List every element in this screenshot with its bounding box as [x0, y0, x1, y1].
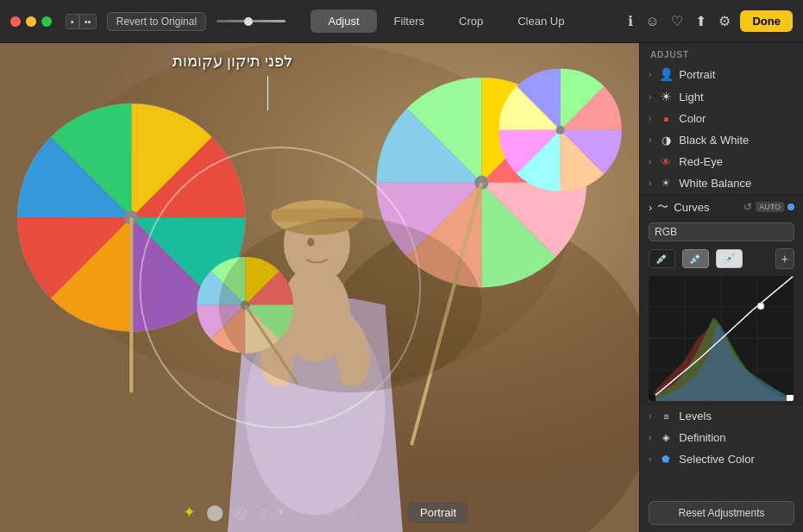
svg-point-19 — [219, 217, 482, 392]
slider-thumb — [244, 17, 253, 26]
curves-header[interactable]: › 〜 Curves ↺ AUTO — [640, 195, 803, 219]
curves-reset-icon[interactable]: ↺ — [743, 201, 752, 213]
single-view-btn[interactable]: ▪ — [66, 14, 79, 29]
toolbar-right: ℹ ☺ ♡ ⬆ ⚙ Done — [625, 10, 793, 32]
chevron-levels: › — [649, 411, 651, 421]
light-label: Light — [679, 91, 794, 103]
close-button[interactable] — [10, 16, 21, 27]
portrait-button[interactable]: Portrait — [408, 502, 468, 523]
color-label: Color — [679, 112, 794, 125]
curves-auto-badge[interactable]: AUTO — [756, 202, 784, 212]
curves-wavy-icon: 〜 — [657, 199, 668, 215]
rgb-select[interactable]: RGB Red Green Blue — [649, 222, 794, 241]
redeye-label: Red-Eye — [679, 155, 794, 168]
tab-crop[interactable]: Crop — [442, 9, 500, 33]
definition-icon: ◈ — [658, 432, 674, 443]
portrait-icon: 👤 — [658, 67, 674, 81]
svg-rect-30 — [787, 395, 794, 401]
curves-section: › 〜 Curves ↺ AUTO RGB Red Green Blue — [640, 194, 803, 405]
dot-icon[interactable]: • — [278, 504, 283, 522]
chevron-light: › — [649, 92, 651, 102]
curves-auto-dot — [787, 203, 794, 210]
circle-icon[interactable]: ⬤ — [206, 503, 223, 522]
chevron-selective: › — [649, 454, 651, 464]
levels-icon: ≡ — [658, 411, 674, 422]
add-point-btn[interactable]: + — [775, 248, 794, 269]
zoom-slider-container — [216, 20, 285, 22]
svg-point-9 — [556, 126, 565, 135]
chevron-color: › — [649, 114, 651, 123]
view-toggle: ▪ ▪▪ — [66, 14, 97, 29]
reset-adjustments-button[interactable]: Reset Adjustments — [649, 501, 794, 525]
ring-icon[interactable]: ○ — [258, 504, 267, 522]
wb-icon: ☀ — [658, 178, 674, 189]
portrait-label: Portrait — [679, 68, 794, 81]
info-icon[interactable]: ℹ — [625, 10, 636, 32]
minimize-button[interactable] — [26, 16, 36, 27]
chevron-definition: › — [649, 433, 651, 442]
selective-icon: ⬟ — [658, 454, 674, 465]
adjust-item-selective-color[interactable]: › ⬟ Selective Color — [640, 448, 803, 470]
curves-controls: ↺ AUTO — [743, 201, 794, 213]
star-icon[interactable]: ✦ — [183, 503, 196, 522]
redeye-icon: 👁 — [658, 156, 674, 168]
adjust-item-definition[interactable]: › ◈ Definition — [640, 427, 803, 448]
tab-adjust[interactable]: Adjust — [311, 9, 376, 33]
right-panel: ADJUST › 👤 Portrait › ☀ Light › ● Color … — [639, 43, 803, 532]
maximize-button[interactable] — [41, 16, 52, 27]
share-icon[interactable]: ⬆ — [693, 10, 709, 32]
adjust-item-color[interactable]: › ● Color — [640, 108, 803, 129]
split-view-btn[interactable]: ▪▪ — [79, 14, 97, 29]
wb-label: White Balance — [679, 177, 794, 190]
target-icon[interactable]: ◎ — [234, 503, 248, 522]
svg-point-28 — [757, 303, 764, 310]
titlebar: ▪ ▪▪ Revert to Original Adjust Filters C… — [0, 0, 803, 43]
nav-tabs: Adjust Filters Crop Clean Up — [311, 9, 581, 33]
eyedropper-tools: 💉 💉 💉 + — [640, 245, 803, 272]
adjust-item-wb[interactable]: › ☀ White Balance — [640, 172, 803, 194]
eyedropper-dark-btn[interactable]: 💉 — [649, 249, 675, 268]
chevron-curves: › — [649, 201, 652, 214]
main-area: לפני תיקון עקומות ✦ ⬤ ◎ ○ • Portrait ADJ… — [0, 43, 803, 532]
chevron-redeye: › — [649, 157, 651, 166]
curves-label: Curves — [674, 201, 709, 214]
adjust-item-redeye[interactable]: › 👁 Red-Eye — [640, 151, 803, 172]
annotation-line — [267, 76, 268, 110]
image-area: לפני תיקון עקומות ✦ ⬤ ◎ ○ • Portrait — [0, 43, 639, 532]
adjust-item-levels[interactable]: › ≡ Levels — [640, 405, 803, 427]
panel-header: ADJUST — [640, 43, 803, 63]
rgb-select-container: RGB Red Green Blue — [640, 219, 803, 245]
heart-icon[interactable]: ♡ — [668, 10, 686, 32]
levels-label: Levels — [679, 410, 794, 422]
emoji-icon[interactable]: ☺ — [643, 11, 662, 32]
traffic-lights — [10, 16, 52, 27]
svg-rect-29 — [649, 395, 656, 401]
photo-canvas — [0, 43, 639, 532]
bw-icon: ◑ — [658, 134, 674, 147]
done-button[interactable]: Done — [740, 10, 793, 32]
tab-filters[interactable]: Filters — [377, 9, 442, 33]
adjust-item-light[interactable]: › ☀ Light — [640, 85, 803, 108]
revert-button[interactable]: Revert to Original — [107, 12, 206, 31]
tab-cleanup[interactable]: Clean Up — [500, 9, 581, 33]
eyedropper-mid-btn[interactable]: 💉 — [682, 249, 709, 268]
eyedropper-light-btn[interactable]: 💉 — [716, 249, 743, 268]
reset-btn-container: Reset Adjustments — [640, 494, 803, 532]
selective-label: Selective Color — [679, 453, 794, 466]
light-icon: ☀ — [658, 90, 674, 103]
adjust-item-portrait[interactable]: › 👤 Portrait — [640, 63, 803, 85]
curves-graph[interactable] — [649, 276, 794, 401]
curves-chart — [649, 276, 794, 401]
bw-label: Black & White — [679, 134, 794, 147]
zoom-slider[interactable] — [216, 20, 285, 22]
color-icon: ● — [658, 113, 674, 125]
chevron-bw: › — [649, 135, 651, 145]
chevron-wb: › — [649, 178, 651, 188]
more-icon[interactable]: ⚙ — [716, 10, 733, 32]
bottom-toolbar: ✦ ⬤ ◎ ○ • — [0, 503, 467, 522]
chevron-portrait: › — [649, 70, 651, 79]
definition-label: Definition — [679, 431, 794, 444]
adjust-item-bw[interactable]: › ◑ Black & White — [640, 129, 803, 151]
